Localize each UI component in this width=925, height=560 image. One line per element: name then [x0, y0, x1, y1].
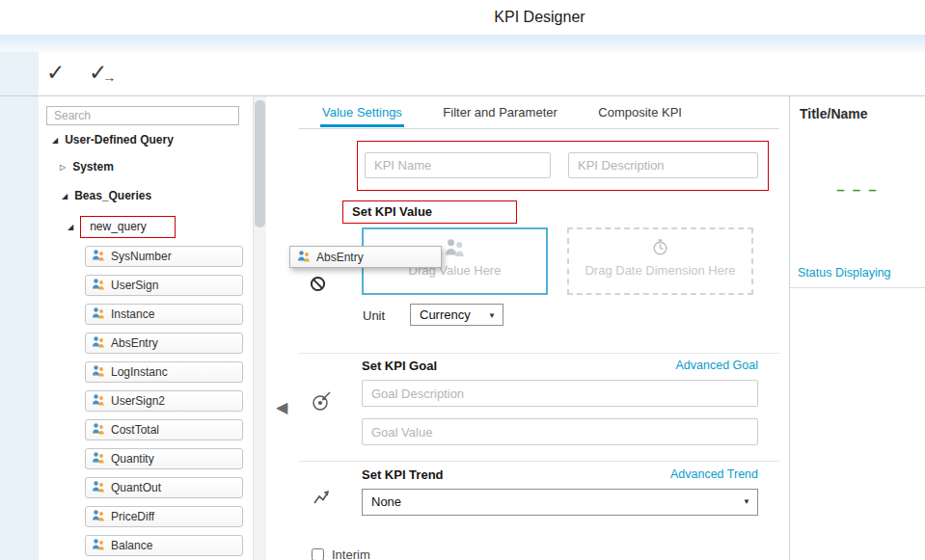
sidebar-field-item[interactable]: UserSign — [85, 275, 243, 296]
section-divider — [299, 353, 779, 354]
set-kpi-trend-title: Set KPI Trend — [362, 467, 444, 482]
tree-node-user-defined-query[interactable]: ◢User-Defined Query — [52, 133, 174, 147]
dimension-member-icon — [92, 249, 105, 264]
tree-node-system[interactable]: ▷System — [60, 160, 114, 173]
preview-title: Title/Name — [800, 106, 868, 121]
interim-option: Interim — [312, 547, 370, 560]
goal-value-input[interactable] — [362, 418, 758, 445]
interim-label: Interim — [332, 547, 370, 560]
sidebar-scrollbar[interactable] — [253, 96, 266, 560]
expand-arrow-icon[interactable]: ◢ — [62, 192, 68, 200]
sidebar-field-item[interactable]: PriceDiff — [85, 506, 243, 527]
preview-value-placeholder: – – – — [790, 181, 925, 198]
sidebar-field-item[interactable]: SysNumber — [85, 246, 243, 267]
sidebar-field-item[interactable]: UserSign2 — [85, 390, 243, 412]
confirm-button[interactable]: ✓ — [46, 58, 65, 87]
sidebar-field-item[interactable]: LogInstanc — [85, 361, 243, 383]
measure-icon — [444, 238, 466, 260]
sidebar-field-label: CostTotal — [111, 423, 159, 437]
kpi-name-highlight-group — [357, 141, 769, 191]
tree-node-new-query[interactable]: ◢new_query — [68, 216, 176, 238]
toolbar: ✓ ✓→ — [39, 52, 925, 95]
sidebar-field-item[interactable]: QuantOut — [85, 477, 243, 498]
dimension-member-icon — [92, 364, 105, 380]
kpi-description-input[interactable] — [568, 152, 758, 178]
sidebar-scrollbar-thumb[interactable] — [255, 100, 265, 227]
tab-value-settings[interactable]: Value Settings — [320, 96, 404, 127]
preview-panel-divider — [790, 287, 925, 288]
sidebar-field-label: Quantity — [111, 452, 154, 466]
sidebar-field-item[interactable]: AbsEntry — [85, 333, 243, 354]
advanced-goal-link[interactable]: Advanced Goal — [676, 359, 758, 372]
dimension-member-icon — [92, 509, 105, 524]
status-displaying-link[interactable]: Status Displaying — [798, 266, 891, 280]
confirm-and-continue-button[interactable]: ✓→ — [89, 58, 116, 90]
check-icon: ✓ — [46, 60, 65, 85]
set-kpi-value-label: Set KPI Value — [342, 200, 517, 224]
collapse-panel-arrow[interactable]: ◀ — [276, 398, 287, 416]
dimension-member-icon — [92, 335, 105, 351]
interim-checkbox[interactable] — [312, 548, 324, 560]
sidebar-field-label: QuantOut — [111, 481, 161, 494]
kpi-name-input[interactable] — [365, 152, 551, 178]
collapse-arrow-icon[interactable]: ▷ — [60, 163, 66, 172]
tree-node-label-highlighted[interactable]: new_query — [80, 216, 176, 238]
arrow-right-icon: → — [102, 69, 116, 85]
trend-select[interactable]: None ▼ — [362, 489, 758, 516]
search-input[interactable] — [46, 106, 239, 125]
dimension-member-icon — [92, 278, 105, 293]
goal-description-input[interactable] — [362, 380, 758, 407]
page-title: KPI Designer — [154, 0, 925, 35]
tab-composite-kpi[interactable]: Composite KPI — [596, 96, 684, 127]
left-margin-strip — [0, 52, 39, 560]
sidebar-field-label: Instance — [111, 307, 154, 321]
advanced-trend-link[interactable]: Advanced Trend — [670, 467, 758, 481]
dimension-member-icon — [92, 307, 105, 322]
sidebar-field-item[interactable]: Instance — [85, 304, 243, 325]
drag-date-hint: Drag Date Dimension Here — [569, 263, 751, 278]
sidebar-field-label: UserSign — [111, 279, 158, 292]
set-kpi-goal-title: Set KPI Goal — [362, 359, 437, 373]
tree-node-beas-queries[interactable]: ◢Beas_Queries — [62, 189, 151, 202]
goal-target-icon — [311, 389, 332, 416]
dragged-field-label: AbsEntry — [316, 251, 364, 264]
preview-panel: Title/Name – – – Status Displaying — [789, 96, 925, 560]
sidebar-field-label: LogInstanc — [111, 365, 168, 379]
section-divider — [299, 461, 779, 462]
unit-selected-value: Currency — [420, 307, 471, 322]
tree-node-label: System — [72, 160, 114, 173]
sidebar-field-item[interactable]: CostTotal — [85, 419, 243, 440]
tree-node-label: Beas_Queries — [74, 189, 151, 202]
sidebar-field-label: UserSign2 — [111, 394, 165, 408]
sidebar-field-label: PriceDiff — [111, 510, 154, 523]
dragged-field-chip[interactable]: AbsEntry — [289, 246, 442, 268]
dimension-member-icon — [92, 538, 105, 553]
expand-arrow-icon[interactable]: ◢ — [68, 223, 73, 231]
sidebar-field-label: AbsEntry — [111, 336, 158, 350]
dimension-member-icon — [92, 451, 105, 467]
kpi-editor-panel: Value Settings Filter and Parameter Comp… — [299, 96, 779, 560]
drag-not-allowed-icon — [310, 276, 326, 296]
sidebar-field-item[interactable]: Balance — [85, 535, 243, 556]
date-dimension-drop-zone[interactable]: Drag Date Dimension Here — [567, 227, 753, 295]
chevron-down-icon: ▼ — [488, 305, 496, 325]
dimension-member-icon — [297, 250, 311, 265]
kpi-designer-window: KPI Designer ✓ ✓→ ◢User-Defined Query ▷S… — [0, 0, 925, 560]
chevron-down-icon: ▼ — [743, 490, 750, 515]
unit-label: Unit — [363, 308, 385, 323]
stopwatch-icon — [651, 238, 669, 260]
query-sidebar: ◢User-Defined Query ▷System ◢Beas_Querie… — [39, 96, 266, 560]
header-band — [0, 35, 925, 52]
dimension-member-icon — [92, 422, 105, 438]
tab-bar: Value Settings Filter and Parameter Comp… — [299, 96, 779, 129]
expand-arrow-icon[interactable]: ◢ — [52, 136, 58, 145]
sidebar-field-label: Balance — [111, 539, 152, 552]
tab-filter-and-parameter[interactable]: Filter and Parameter — [441, 96, 559, 127]
sidebar-field-item[interactable]: Quantity — [85, 448, 243, 469]
tree-node-label: User-Defined Query — [65, 133, 174, 147]
query-field-list: SysNumber UserSign Instance — [85, 246, 243, 560]
trend-selected-value: None — [371, 494, 401, 509]
trend-arrow-icon — [312, 488, 331, 511]
unit-select[interactable]: Currency ▼ — [410, 304, 503, 326]
dimension-member-icon — [92, 393, 105, 409]
